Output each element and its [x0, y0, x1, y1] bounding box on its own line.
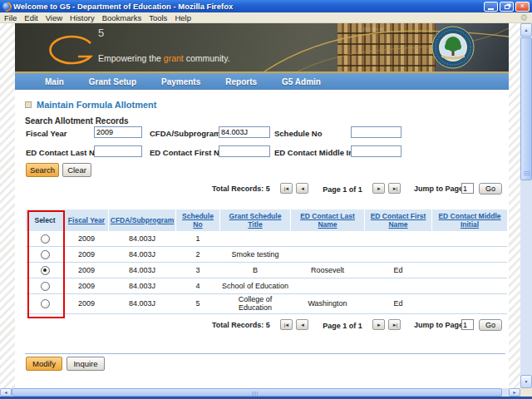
cell-fiscal-year: 2009	[65, 263, 108, 278]
menu-help[interactable]: Help	[175, 13, 191, 22]
next-page-button[interactable]: ►	[372, 319, 385, 330]
row-select-radio[interactable]	[41, 299, 50, 308]
nav-g5-admin[interactable]: G5 Admin	[282, 77, 321, 86]
cell-fiscal-year: 2009	[65, 247, 108, 262]
schedule-no-input[interactable]	[351, 126, 401, 138]
results-table: Select Fiscal Year CFDA/Subprogram Sched…	[26, 209, 507, 314]
cell-schedule-no: 5	[176, 294, 219, 313]
cfda-label: CFDA/Subprogram	[150, 129, 221, 138]
nav-grant-setup[interactable]: Grant Setup	[89, 77, 136, 86]
row-select-radio[interactable]	[41, 234, 50, 244]
cell-ed-middle	[432, 231, 507, 246]
cell-schedule-no: 3	[176, 263, 219, 278]
col-header-ed-middle[interactable]: ED Contact Middle Initial	[432, 209, 507, 231]
firefox-icon	[2, 2, 11, 11]
prev-page-button[interactable]: ◄	[296, 183, 308, 194]
search-button[interactable]: Search	[26, 163, 59, 177]
cell-schedule-no: 1	[176, 231, 219, 246]
nav-reports[interactable]: Reports	[225, 77, 257, 86]
tagline: Empowering the grant community.	[98, 53, 230, 63]
menu-bar: File Edit View History Bookmarks Tools H…	[0, 12, 532, 23]
section-title: Search Allotment Records	[25, 116, 129, 126]
page-indicator: Page 1 of 1	[314, 322, 371, 330]
col-header-ed-last[interactable]: ED Contact Last Name	[291, 209, 364, 231]
fiscal-year-input[interactable]	[94, 126, 142, 138]
main-nav: Main Grant Setup Payments Reports G5 Adm…	[15, 73, 509, 90]
menu-history[interactable]: History	[70, 13, 95, 22]
modify-button[interactable]: Modify	[26, 357, 62, 371]
scroll-up-icon[interactable]: ▲	[520, 23, 532, 37]
nav-payments[interactable]: Payments	[161, 77, 200, 86]
ed-last-name-input[interactable]	[94, 145, 142, 157]
g5-page: ∫f(x)·f(x,θ) 5 Empowering the grant comm…	[15, 23, 509, 388]
horizontal-scrollbar[interactable]: ◄ ►	[0, 388, 520, 397]
cell-cfda: 84.003J	[109, 263, 175, 278]
browser-viewport: ∫f(x)·f(x,θ) 5 Empowering the grant comm…	[0, 23, 532, 388]
cell-ed-last	[291, 278, 364, 293]
table-row: 2009 84.003J 5 College of Education Wash…	[26, 294, 507, 314]
vertical-scrollbar-thumb[interactable]	[520, 37, 532, 180]
horizontal-scrollbar-thumb[interactable]	[12, 388, 502, 397]
cell-ed-first	[365, 231, 431, 246]
window-title: Welcome to G5 - Department of Education …	[13, 2, 233, 11]
cell-cfda: 84.003J	[109, 294, 175, 313]
scroll-right-icon[interactable]: ►	[509, 388, 520, 397]
col-header-fiscal-year[interactable]: Fiscal Year	[65, 209, 108, 231]
row-select-radio[interactable]	[41, 282, 50, 291]
jump-to-page-input[interactable]	[461, 183, 474, 194]
row-select-radio[interactable]	[41, 266, 50, 275]
cell-ed-first	[365, 247, 431, 262]
menu-edit[interactable]: Edit	[24, 13, 37, 22]
ed-first-name-input[interactable]	[219, 145, 270, 157]
cell-fiscal-year: 2009	[65, 231, 108, 246]
cell-cfda: 84.003J	[109, 231, 175, 246]
page-indicator: Page 1 of 1	[314, 185, 371, 194]
col-header-grant-schedule-title[interactable]: Grant Schedule Title	[220, 209, 290, 231]
go-button[interactable]: Go	[479, 183, 502, 195]
cell-cfda: 84.003J	[109, 278, 175, 293]
table-row: 2009 84.003J 4 School of Education	[26, 278, 507, 294]
restore-button[interactable]	[500, 2, 514, 12]
cell-fiscal-year: 2009	[65, 278, 108, 293]
total-records-label: Total Records: 5	[212, 321, 270, 329]
row-select-radio[interactable]	[41, 250, 50, 259]
schedule-no-label: Schedule No	[274, 129, 323, 138]
inquire-button[interactable]: Inquire	[66, 357, 105, 371]
cell-ed-middle	[432, 263, 507, 278]
clear-button[interactable]: Clear	[62, 163, 91, 177]
close-button[interactable]: ×	[515, 2, 530, 12]
menu-bookmarks[interactable]: Bookmarks	[102, 13, 142, 22]
vertical-scrollbar[interactable]: ▲ ▼	[520, 23, 532, 388]
minimize-button[interactable]	[484, 2, 498, 12]
ed-middle-initial-input[interactable]	[351, 145, 401, 157]
cell-grant-schedule-title: School of Education	[220, 278, 290, 293]
cell-ed-first: Ed	[365, 294, 431, 313]
menu-tools[interactable]: Tools	[149, 13, 167, 22]
g5-logo-five: 5	[98, 27, 104, 39]
scroll-down-icon[interactable]: ▼	[520, 375, 532, 388]
total-records-label: Total Records: 5	[212, 185, 270, 193]
first-page-button[interactable]: |◄	[280, 319, 293, 330]
menu-view[interactable]: View	[46, 13, 62, 22]
go-button[interactable]: Go	[479, 319, 502, 331]
col-header-schedule-no[interactable]: Schedule No	[176, 209, 219, 231]
scroll-left-icon[interactable]: ◄	[0, 388, 12, 397]
next-page-button[interactable]: ►	[372, 183, 385, 194]
prev-page-button[interactable]: ◄	[296, 319, 308, 330]
first-page-button[interactable]: |◄	[280, 183, 293, 194]
nav-main[interactable]: Main	[45, 77, 64, 86]
jump-to-page-input[interactable]	[461, 319, 474, 330]
cell-grant-schedule-title: B	[220, 263, 290, 278]
tagline-post: community.	[184, 53, 230, 63]
menu-file[interactable]: File	[4, 13, 17, 22]
throbber-icon: ⚙	[520, 13, 528, 22]
last-page-button[interactable]: ►|	[388, 319, 401, 330]
last-page-button[interactable]: ►|	[388, 183, 401, 194]
cell-ed-middle	[432, 278, 507, 293]
col-header-cfda[interactable]: CFDA/Subprogram	[109, 209, 175, 231]
cfda-input[interactable]	[219, 126, 270, 138]
cell-grant-schedule-title: College of Education	[220, 294, 290, 313]
cell-grant-schedule-title	[220, 231, 290, 246]
footer-divider	[25, 353, 505, 354]
col-header-ed-first[interactable]: ED Contact First Name	[365, 209, 431, 231]
